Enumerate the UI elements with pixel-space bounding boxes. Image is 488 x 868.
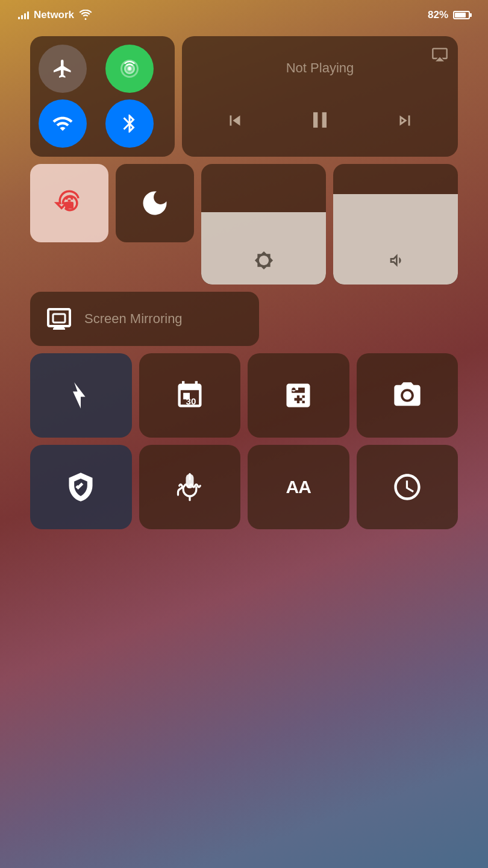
vpn-button[interactable] <box>30 445 132 529</box>
volume-slider[interactable] <box>333 164 458 285</box>
bluetooth-icon <box>119 113 140 134</box>
moon-icon <box>139 187 170 219</box>
airplane-icon <box>52 58 74 80</box>
vpn-shield-icon <box>65 471 96 503</box>
voice-memos-button[interactable] <box>139 445 241 529</box>
media-player-panel: Not Playing <box>182 36 458 157</box>
media-controls <box>194 107 446 145</box>
battery-fill <box>455 13 466 17</box>
signal-bar-2 <box>21 15 23 19</box>
battery-percent: 82% <box>428 9 448 21</box>
volume-icon <box>386 251 405 270</box>
brightness-slider[interactable] <box>201 164 326 285</box>
screen-mirroring-icon <box>45 304 74 333</box>
next-icon <box>395 110 415 131</box>
camera-icon <box>392 380 423 411</box>
do-not-disturb-button[interactable] <box>116 164 194 242</box>
text-size-label: AA <box>286 477 311 497</box>
volume-icon-container <box>386 251 405 272</box>
brightness-fill <box>201 212 326 285</box>
clock-icon <box>392 471 423 503</box>
row-connectivity-media: Not Playing <box>30 36 458 157</box>
screen-mirroring-label: Screen Mirroring <box>84 310 183 328</box>
media-status: Not Playing <box>194 48 446 76</box>
signal-bar-1 <box>18 17 20 19</box>
battery-icon <box>453 11 470 19</box>
signal-bars <box>18 11 29 19</box>
cellular-data-button[interactable] <box>105 45 154 93</box>
airplane-mode-button[interactable] <box>39 45 87 93</box>
signal-bar-4 <box>27 11 29 19</box>
screen-time-button[interactable] <box>357 445 458 529</box>
svg-point-3 <box>128 67 131 69</box>
brightness-icon <box>254 251 274 270</box>
airplay-icon <box>431 46 448 63</box>
control-center: Not Playing <box>30 36 458 832</box>
calendar-button[interactable]: 30 <box>139 353 241 438</box>
media-pause-button[interactable] <box>307 107 333 139</box>
flashlight-icon <box>65 380 96 411</box>
screen-mirroring-button[interactable]: Screen Mirroring <box>30 292 259 346</box>
brightness-icon-container <box>254 251 274 272</box>
cellular-icon <box>119 58 140 80</box>
row-quick-actions-2: AA <box>30 445 458 529</box>
media-next-button[interactable] <box>395 110 415 135</box>
signal-bar-3 <box>24 13 26 19</box>
sliders-container <box>201 164 458 285</box>
voice-memos-icon <box>174 471 205 503</box>
status-left: Network <box>18 9 92 21</box>
status-right: 82% <box>428 9 470 21</box>
svg-text:30: 30 <box>186 396 196 406</box>
calculator-button[interactable] <box>248 353 349 438</box>
row-screen-mirroring: Screen Mirroring <box>30 292 458 346</box>
camera-button[interactable] <box>357 353 458 438</box>
text-size-button[interactable]: AA <box>248 445 349 529</box>
airplay-button[interactable] <box>431 46 448 65</box>
svg-rect-5 <box>53 314 65 322</box>
svg-rect-4 <box>65 202 74 209</box>
prev-icon <box>225 110 245 131</box>
row-controls <box>30 164 458 285</box>
status-bar: Network 82% <box>0 0 488 30</box>
media-prev-button[interactable] <box>225 110 245 135</box>
flashlight-button[interactable] <box>30 353 132 438</box>
wifi-status-icon <box>79 10 92 20</box>
calculator-icon <box>283 380 314 411</box>
row-quick-actions-1: 30 <box>30 353 458 438</box>
lock-rotation-button[interactable] <box>30 164 108 242</box>
connectivity-panel <box>30 36 175 157</box>
calendar-icon: 30 <box>174 380 205 411</box>
lock-rotation-icon <box>52 186 86 220</box>
wifi-icon <box>52 113 74 134</box>
wifi-button[interactable] <box>39 99 87 148</box>
network-label: Network <box>34 9 74 21</box>
pause-icon <box>307 107 333 133</box>
bluetooth-button[interactable] <box>105 99 154 148</box>
